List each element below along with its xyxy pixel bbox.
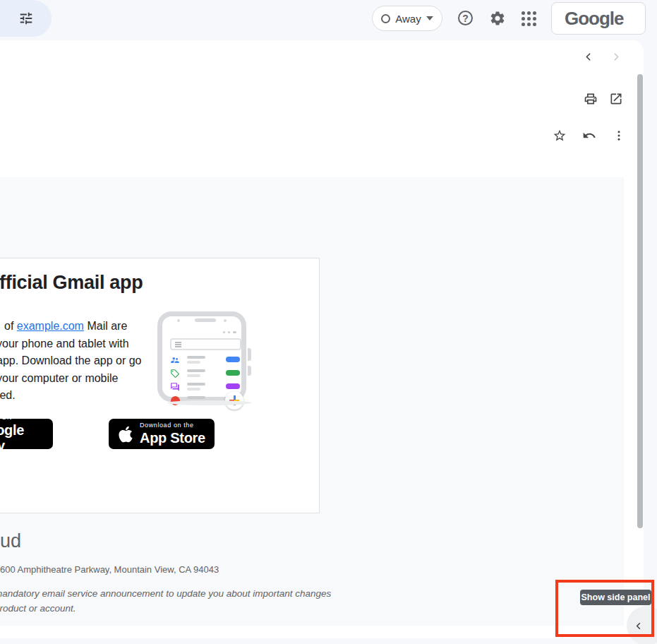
status-label: Away	[395, 13, 421, 25]
app-store-badge-bottom: App Store	[140, 430, 205, 446]
chevron-right-icon	[610, 51, 622, 63]
older-email-button[interactable]	[610, 51, 622, 63]
newer-email-button[interactable]	[582, 51, 594, 63]
apps-grid-icon	[522, 11, 536, 26]
google-play-badge-bottom: Google Play	[0, 422, 53, 453]
chat-icon	[170, 382, 180, 392]
star-button[interactable]	[553, 129, 567, 143]
body-line3: app. Download the app or go	[0, 354, 141, 366]
body-line1-pre: of	[0, 320, 17, 332]
google-account-card[interactable]: Google	[551, 2, 646, 35]
chevron-down-icon	[426, 16, 433, 20]
promo-card: fficial Gmail app of example.com Mail ar…	[0, 258, 320, 513]
google-play-badge-top: GET IT ON	[0, 415, 53, 422]
apple-icon	[118, 425, 133, 443]
away-status-icon	[381, 14, 390, 23]
email-heading: fficial Gmail app	[0, 272, 143, 294]
gmail-window: Away ? Google	[0, 0, 657, 644]
status-selector[interactable]: Away	[372, 6, 442, 31]
contacts-icon	[170, 355, 180, 365]
chevron-left-icon	[582, 51, 594, 63]
show-side-panel-button[interactable]	[627, 606, 657, 644]
reply-button[interactable]	[582, 129, 596, 143]
tune-icon	[18, 11, 34, 26]
footer-legal-line1: mandatory email service announcement to …	[0, 588, 331, 599]
google-play-badge[interactable]: GET IT ON Google Play	[0, 419, 53, 449]
chevron-left-icon	[633, 621, 644, 631]
app-store-badge-top: Download on the	[140, 422, 205, 429]
settings-button[interactable]	[489, 10, 506, 27]
open-in-new-window-button[interactable]	[609, 92, 623, 106]
google-apps-button[interactable]	[522, 11, 536, 26]
gear-icon	[489, 10, 506, 27]
help-icon: ?	[458, 11, 473, 25]
body-line5: ted.	[0, 389, 16, 401]
more-options-button[interactable]	[613, 129, 625, 142]
show-side-panel-tooltip: Show side panel	[580, 590, 651, 605]
printer-icon	[584, 92, 598, 106]
label-icon	[170, 369, 180, 378]
more-vert-icon	[613, 129, 625, 142]
google-logo: Google	[565, 8, 624, 30]
phone-search-bar	[170, 338, 241, 350]
body-line2: your phone and tablet with	[0, 338, 129, 350]
reply-icon	[582, 129, 596, 143]
phone-illustration	[157, 311, 246, 402]
email-paragraph: of example.com Mail are your phone and t…	[0, 318, 141, 405]
footer-legal-text: mandatory email service announcement to …	[0, 587, 331, 616]
search-options-button[interactable]	[0, 0, 52, 37]
app-store-badge[interactable]: Download on the App Store	[109, 419, 215, 449]
example-link[interactable]: example.com	[17, 320, 84, 332]
phone-shadow	[167, 400, 252, 405]
tooltip-label: Show side panel	[581, 592, 651, 602]
footer-brand-fragment: ud	[0, 530, 21, 552]
body-line4: your computer or mobile	[0, 372, 119, 384]
print-button[interactable]	[584, 92, 598, 106]
footer-legal-line2: product or account.	[0, 603, 76, 614]
star-icon	[553, 129, 567, 143]
scrollbar-thumb[interactable]	[637, 74, 643, 528]
open-in-new-icon	[609, 92, 623, 106]
body-line1-post: Mail are	[84, 320, 127, 332]
support-button[interactable]: ?	[458, 11, 473, 25]
footer-address: 600 Amphitheatre Parkway, Mountain View,…	[0, 564, 219, 575]
